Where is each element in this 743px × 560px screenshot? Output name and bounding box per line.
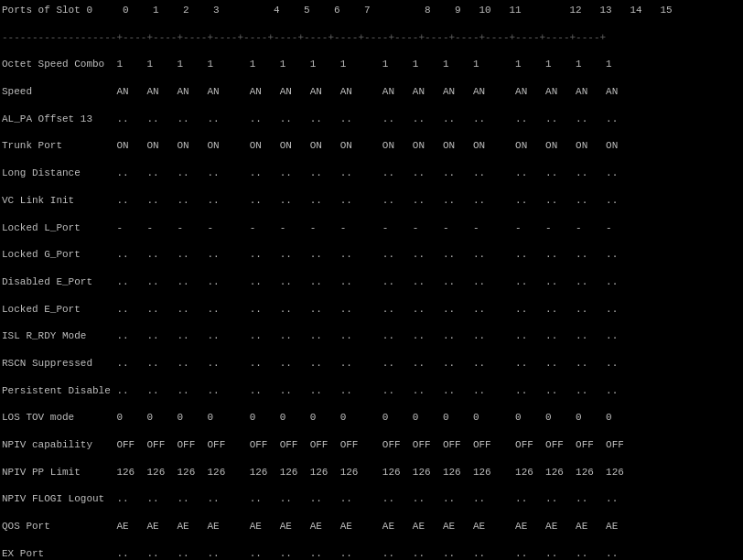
table-separator: -------------------+----+----+----+----+… xyxy=(2,31,741,45)
table-row: Persistent Disable .. .. .. .. .. .. .. … xyxy=(2,384,741,398)
table-row: Locked E_Port .. .. .. .. .. .. .. .. ..… xyxy=(2,303,741,317)
table-row: Disabled E_Port .. .. .. .. .. .. .. .. … xyxy=(2,275,741,289)
table-row: VC Link Init .. .. .. .. .. .. .. .. .. … xyxy=(2,194,741,208)
table-row: NPIV PP Limit 126 126 126 126 126 126 12… xyxy=(2,466,741,479)
table-row: LOS TOV mode 0 0 0 0 0 0 0 0 0 0 0 0 0 0… xyxy=(2,411,741,425)
table-row: Long Distance .. .. .. .. .. .. .. .. ..… xyxy=(2,167,741,180)
table-row: NPIV FLOGI Logout .. .. .. .. .. .. .. .… xyxy=(2,492,741,506)
table-row: Trunk Port ON ON ON ON ON ON ON ON ON ON… xyxy=(2,139,741,153)
port-table: Ports of Slot 0 0 1 2 3 4 5 6 7 8 9 10 1… xyxy=(2,4,741,560)
table-row: Octet Speed Combo 1 1 1 1 1 1 1 1 1 1 1 … xyxy=(2,58,741,71)
table-header: Ports of Slot 0 0 1 2 3 4 5 6 7 8 9 10 1… xyxy=(2,4,741,17)
table-row: Locked G_Port .. .. .. .. .. .. .. .. ..… xyxy=(2,248,741,262)
table-row: AL_PA Offset 13 .. .. .. .. .. .. .. .. … xyxy=(2,113,741,126)
table-row: NPIV capability OFF OFF OFF OFF OFF OFF … xyxy=(2,438,741,452)
table-row: ISL R_RDY Mode .. .. .. .. .. .. .. .. .… xyxy=(2,329,741,343)
table-row: RSCN Suppressed .. .. .. .. .. .. .. .. … xyxy=(2,357,741,371)
table-row: QOS Port AE AE AE AE AE AE AE AE AE AE A… xyxy=(2,520,741,533)
table-row: EX Port .. .. .. .. .. .. .. .. .. .. ..… xyxy=(2,547,741,560)
table-row: Locked L_Port - - - - - - - - - - - - - … xyxy=(2,221,741,235)
table-row: Speed AN AN AN AN AN AN AN AN AN AN AN A… xyxy=(2,85,741,99)
